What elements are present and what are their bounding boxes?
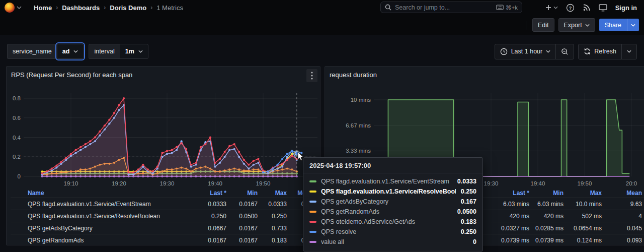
variable-interval: interval 1m: [89, 44, 148, 59]
series-color-swatch: [309, 231, 316, 233]
series-last: 0.0327 ms: [482, 225, 534, 232]
chart-tooltip: 2025-04-18 19:57:00 QPS flagd.evaluation…: [303, 157, 483, 251]
rss-icon: [583, 4, 591, 12]
series-min: 6.03 mins: [534, 201, 569, 208]
svg-text:19:30: 19:30: [484, 180, 499, 186]
rps-legend-table: NameLast *MinMaxMeanQPS flagd.evaluation…: [11, 188, 318, 246]
series-max: 0.733: [263, 225, 292, 232]
time-controls: Last 1 hour Refresh: [495, 44, 637, 59]
sign-in-link[interactable]: Sign in: [615, 4, 637, 12]
search-placeholder: Search or jump to...: [395, 4, 496, 11]
series-color-swatch: [309, 241, 316, 243]
series-max: 0.0654 ms: [569, 225, 607, 232]
breadcrumb-separator: ›: [150, 4, 152, 11]
tooltip-row: QPS resolve0.250: [303, 227, 482, 237]
svg-text:0.6: 0.6: [13, 115, 21, 121]
series-color-swatch: [309, 191, 316, 193]
series-max: 0.0333: [263, 201, 292, 208]
share-menu-chevron[interactable]: [627, 19, 639, 31]
series-min: 0.0167: [231, 237, 263, 244]
tooltip-row: QPS flagd.evaluation.v1.Service/ResolveB…: [303, 186, 482, 197]
series-max: 502 ms: [569, 213, 607, 220]
panel-rps-title[interactable]: RPS (Request Per Second) for each span: [11, 71, 132, 79]
chevron-down-icon: [73, 50, 78, 53]
nav-right-cluster: ? Sign in: [545, 0, 644, 15]
series-last: 420 ms: [482, 213, 534, 220]
svg-text:19:20: 19:20: [112, 180, 126, 186]
plus-icon: [545, 4, 552, 11]
series-name[interactable]: QPS getAdsByCategory: [28, 225, 187, 232]
toolbar-separator: [526, 21, 526, 30]
svg-text:10 mins: 10 mins: [351, 97, 371, 103]
panel-menu-button[interactable]: [306, 69, 317, 82]
service-name-select[interactable]: ad: [57, 44, 84, 59]
chevron-down-icon: [546, 50, 550, 53]
series-min: 0.0739 ms: [534, 237, 569, 244]
help-button[interactable]: ?: [566, 4, 575, 12]
svg-text:3.33 mins: 3.33 mins: [346, 148, 371, 154]
tooltip-row: QPS getAdsByCategory0.167: [303, 197, 482, 207]
rps-chart-canvas[interactable]: 00.20.40.60.819:1019:2019:3019:4019:50: [7, 67, 320, 187]
series-color-swatch: [309, 201, 316, 203]
breadcrumb-home[interactable]: Home: [34, 4, 52, 12]
tooltip-row: QPS getRandomAds0.0500: [303, 207, 482, 217]
legend-row: QPS getAdsByCategory0.06670.01670.7330.1: [11, 222, 318, 234]
series-min: 420 ms: [534, 213, 569, 220]
svg-text:0.2: 0.2: [13, 154, 21, 160]
series-min: 0.0285 ms: [534, 225, 569, 232]
breadcrumb: Home › Dashboards › Doris Demo › 1 Metri…: [34, 4, 183, 12]
breadcrumb-dashboard-name[interactable]: Doris Demo: [110, 4, 146, 12]
series-last: 0.0167: [187, 237, 231, 244]
edit-button[interactable]: Edit: [532, 18, 554, 32]
interval-select[interactable]: 1m: [120, 44, 148, 59]
variable-service-name: service_name ad: [7, 44, 84, 59]
svg-text:19:30: 19:30: [160, 180, 175, 186]
series-max: 10.0 mins: [569, 201, 607, 208]
panel-duration-title[interactable]: request duration: [330, 71, 377, 79]
clock-icon: [500, 48, 508, 55]
chevron-down-icon: [138, 50, 143, 53]
tooltip-row: QPS flagd.evaluation.v1.Service/EventStr…: [303, 176, 482, 186]
interval-label: interval: [89, 44, 119, 59]
question-circle-icon: ?: [566, 4, 575, 12]
kiosk-mode-button[interactable]: [599, 4, 607, 12]
time-range-picker[interactable]: Last 1 hour: [495, 44, 556, 59]
dashboard-controls: service_name ad interval 1m Last 1 hour: [0, 42, 644, 60]
svg-text:19:40: 19:40: [531, 180, 545, 186]
series-mean: 4: [607, 213, 644, 220]
series-name[interactable]: QPS getRandomAds: [28, 237, 187, 244]
export-button[interactable]: Export: [558, 18, 595, 32]
series-mean: 9.63: [607, 201, 644, 208]
breadcrumb-current-page: 1 Metrics: [156, 4, 183, 12]
zoom-out-button[interactable]: [556, 44, 574, 59]
breadcrumb-separator: ›: [56, 4, 58, 11]
refresh-interval-chevron[interactable]: [622, 44, 636, 59]
news-button[interactable]: [583, 4, 591, 12]
series-min: 0.0167: [231, 225, 263, 232]
breadcrumb-dashboards[interactable]: Dashboards: [62, 4, 100, 12]
org-switcher-chevron-icon[interactable]: [17, 6, 22, 9]
share-button[interactable]: Share: [599, 19, 627, 31]
legend-header: NameLast *MinMaxMean: [11, 188, 318, 198]
tooltip-row: value all0: [303, 237, 482, 247]
series-name[interactable]: QPS flagd.evaluation.v1.Service/ResolveB…: [28, 213, 187, 220]
dashboard-toolbar: Edit Export Share: [0, 15, 644, 35]
series-mean: 0.045: [607, 225, 644, 232]
search-input[interactable]: Search or jump to... ⌘+k: [380, 2, 522, 13]
series-last: 0.0739 ms: [482, 237, 534, 244]
chevron-down-icon: [553, 6, 558, 9]
kebab-menu-icon: [311, 72, 313, 80]
series-last: 0.0333: [187, 201, 231, 208]
panel-rps: RPS (Request Per Second) for each span 0…: [6, 66, 320, 245]
add-menu-button[interactable]: [545, 4, 558, 11]
zoom-out-icon: [561, 48, 569, 55]
series-name[interactable]: QPS flagd.evaluation.v1.Service/EventStr…: [28, 201, 187, 208]
legend-row: QPS flagd.evaluation.v1.Service/EventStr…: [11, 198, 318, 210]
search-icon: [385, 4, 391, 11]
tooltip-rows: QPS flagd.evaluation.v1.Service/EventStr…: [303, 173, 482, 251]
grafana-logo[interactable]: [5, 3, 15, 13]
series-last: 0.0667: [187, 225, 231, 232]
refresh-button[interactable]: Refresh: [579, 44, 621, 59]
svg-text:19:40: 19:40: [208, 180, 222, 186]
monitor-icon: [599, 4, 607, 12]
